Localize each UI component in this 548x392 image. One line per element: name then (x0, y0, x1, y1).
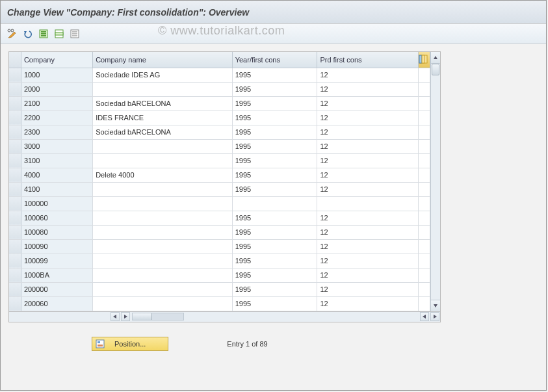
cell-company[interactable]: 100090 (21, 239, 92, 254)
cell-prd[interactable]: 12 (317, 82, 418, 96)
table-row[interactable]: 1000Sociedade IDES AG199512 (9, 68, 430, 82)
table-row[interactable]: 2100Sociedad bARCELONA199512 (9, 96, 430, 111)
cell-prd[interactable]: 12 (317, 125, 418, 139)
cell-year[interactable]: 1995 (232, 211, 317, 225)
table-row[interactable]: 3000199512 (9, 139, 430, 153)
row-selector[interactable] (9, 211, 21, 225)
hscroll-thumb[interactable] (133, 313, 152, 320)
row-selector[interactable] (9, 268, 21, 282)
cell-year[interactable]: 1995 (232, 139, 317, 153)
col-header-name[interactable]: Company name (93, 52, 232, 68)
cell-company[interactable]: 100000 (21, 196, 92, 211)
hscroll-left-button-2[interactable] (420, 312, 429, 321)
cell-year[interactable]: 1995 (232, 282, 317, 296)
cell-year[interactable] (232, 196, 317, 211)
cell-name[interactable]: Sociedad bARCELONA (93, 96, 232, 111)
hscroll-right-button-2[interactable] (430, 312, 439, 321)
cell-name[interactable] (93, 196, 232, 211)
cell-name[interactable] (93, 282, 232, 296)
row-selector[interactable] (9, 125, 21, 139)
cell-year[interactable]: 1995 (232, 254, 317, 268)
cell-company[interactable]: 4000 (21, 168, 92, 182)
col-header-company[interactable]: Company (21, 52, 92, 68)
cell-prd[interactable]: 12 (317, 282, 418, 296)
table-row[interactable]: 2200IDES FRANCE199512 (9, 111, 430, 125)
cell-year[interactable]: 1995 (232, 125, 317, 139)
table-row[interactable]: 200060199512 (9, 296, 430, 311)
cell-company[interactable]: 200060 (21, 296, 92, 311)
row-selector[interactable] (9, 153, 21, 168)
cell-prd[interactable]: 12 (317, 211, 418, 225)
row-selector[interactable] (9, 296, 21, 311)
row-selector[interactable] (9, 96, 21, 111)
cell-prd[interactable] (317, 196, 418, 211)
cell-prd[interactable]: 12 (317, 225, 418, 239)
cell-year[interactable]: 1995 (232, 239, 317, 254)
select-block-button[interactable] (53, 27, 66, 40)
cell-prd[interactable]: 12 (317, 239, 418, 254)
hscroll-left-button[interactable] (111, 312, 120, 321)
table-row[interactable]: 4100199512 (9, 182, 430, 196)
hscroll-right-button[interactable] (121, 312, 130, 321)
table-row[interactable]: 1000BA199512 (9, 268, 430, 282)
row-selector[interactable] (9, 68, 21, 82)
cell-year[interactable]: 1995 (232, 296, 317, 311)
cell-company[interactable]: 4100 (21, 182, 92, 196)
cell-name[interactable] (93, 139, 232, 153)
cell-prd[interactable]: 12 (317, 68, 418, 82)
row-selector[interactable] (9, 196, 21, 211)
cell-name[interactable]: Delete 4000 (93, 168, 232, 182)
cell-company[interactable]: 100060 (21, 211, 92, 225)
cell-name[interactable] (93, 182, 232, 196)
cell-prd[interactable]: 12 (317, 254, 418, 268)
cell-prd[interactable]: 12 (317, 111, 418, 125)
cell-company[interactable]: 1000BA (21, 268, 92, 282)
deselect-all-button[interactable] (68, 27, 81, 40)
scroll-down-button[interactable] (431, 300, 440, 311)
row-selector[interactable] (9, 182, 21, 196)
table-row[interactable]: 4000Delete 4000199512 (9, 168, 430, 182)
row-selector[interactable] (9, 139, 21, 153)
cell-year[interactable]: 1995 (232, 68, 317, 82)
select-all-button[interactable] (37, 27, 50, 40)
cell-company[interactable]: 3100 (21, 153, 92, 168)
cell-company[interactable]: 2000 (21, 82, 92, 96)
cell-name[interactable] (93, 296, 232, 311)
position-button[interactable]: Position... (92, 337, 168, 351)
cell-prd[interactable]: 12 (317, 296, 418, 311)
cell-company[interactable]: 100099 (21, 254, 92, 268)
cell-year[interactable]: 1995 (232, 153, 317, 168)
cell-name[interactable] (93, 153, 232, 168)
cell-company[interactable]: 3000 (21, 139, 92, 153)
cell-prd[interactable]: 12 (317, 168, 418, 182)
cell-prd[interactable]: 12 (317, 139, 418, 153)
table-row[interactable]: 100080199512 (9, 225, 430, 239)
cell-prd[interactable]: 12 (317, 182, 418, 196)
cell-company[interactable]: 2200 (21, 111, 92, 125)
col-header-year[interactable]: Year/first cons (232, 52, 317, 68)
cell-company[interactable]: 1000 (21, 68, 92, 82)
cell-prd[interactable]: 12 (317, 268, 418, 282)
col-header-prd[interactable]: Prd first cons (317, 52, 418, 68)
cell-name[interactable]: Sociedade IDES AG (93, 68, 232, 82)
row-selector[interactable] (9, 111, 21, 125)
vscroll-thumb[interactable] (432, 64, 439, 75)
vscroll-track[interactable] (431, 64, 440, 300)
configure-columns-button[interactable] (418, 52, 430, 68)
cell-name[interactable] (93, 268, 232, 282)
cell-year[interactable]: 1995 (232, 82, 317, 96)
row-selector[interactable] (9, 282, 21, 296)
cell-company[interactable]: 100080 (21, 225, 92, 239)
cell-year[interactable]: 1995 (232, 225, 317, 239)
table-row[interactable]: 3100199512 (9, 153, 430, 168)
cell-name[interactable] (93, 225, 232, 239)
cell-year[interactable]: 1995 (232, 268, 317, 282)
hscroll-track[interactable] (132, 313, 184, 320)
cell-prd[interactable]: 12 (317, 153, 418, 168)
cell-company[interactable]: 2100 (21, 96, 92, 111)
table-row[interactable]: 2000199512 (9, 82, 430, 96)
cell-name[interactable] (93, 254, 232, 268)
row-selector[interactable] (9, 168, 21, 182)
row-selector[interactable] (9, 239, 21, 254)
table-row[interactable]: 100000 (9, 196, 430, 211)
